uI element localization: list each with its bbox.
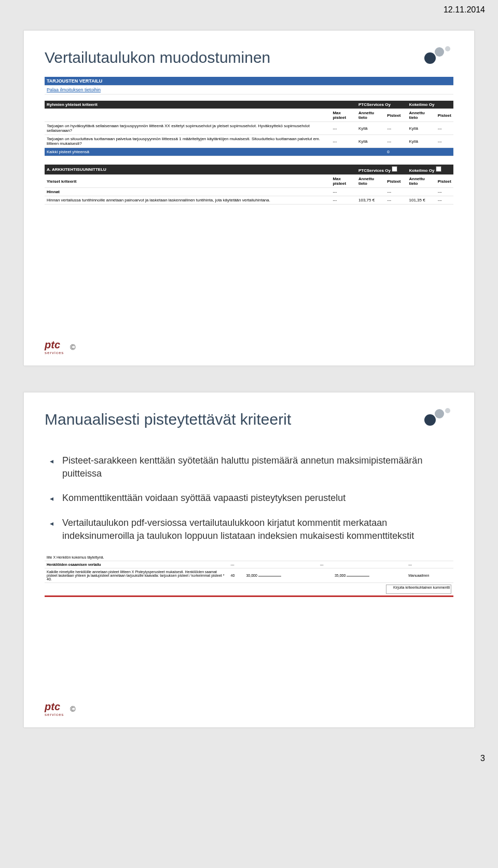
decoration-bubbles [422, 46, 453, 67]
ptc-logo-2: ptc services © [45, 701, 76, 717]
v2-answer-1: Kyllä [407, 122, 436, 135]
col-pisteet-2: Pisteet [436, 109, 453, 122]
slide-title-2: Manuaalisesti pisteytettävät kriteerit [45, 411, 453, 428]
criteria-1: Tarjoajan on hyväksyttävä sellaisenaan t… [45, 122, 330, 135]
price-2: 101,35 € [407, 196, 436, 205]
tbl-header: TARJOUSTEN VERTAILU [45, 77, 453, 86]
scoring-table: liite X Henkilön kokemus täytettynä. Hen… [45, 554, 453, 597]
bullet-list: Pisteet-sarakkeen kenttään syötetään hal… [45, 439, 453, 542]
page-date: 12.11.2014 [0, 0, 498, 15]
bullet-3: Vertailutaulukon pdf-versiossa vertailut… [50, 517, 453, 542]
v2-answer-2: Kyllä [407, 135, 436, 148]
vendor-1: PTCServices Oy [356, 101, 403, 109]
v1-score: 30,000 [244, 568, 317, 582]
col-pisteet: Pisteet [385, 109, 403, 122]
col-annettu-2: Annettu tieto [407, 109, 436, 122]
slide-1: Vertailutaulukon muodostuminen TARJOUSTE… [23, 30, 475, 366]
decoration-bubbles [422, 408, 453, 429]
ptc-logo: ptc services © [45, 340, 76, 355]
total-val: 0 [385, 148, 403, 156]
vendor-2: Kokeilmo Oy [407, 101, 454, 109]
comment-input[interactable]: Kirjoita kriteerikohtainen kommentti [386, 585, 451, 594]
checkbox-icon[interactable] [436, 166, 441, 172]
price-1: 103,75 € [356, 196, 385, 205]
total-row: Kaikki pisteet yhteensä [45, 148, 330, 156]
section-2-hdr: A. ARKKITEHTISUUNNITTELU [45, 165, 330, 175]
v2-score: 35,000 [333, 568, 406, 582]
hinnat-desc: Hinnan vertailussa tuntihinnoille anneta… [45, 196, 330, 205]
group-criteria-hdr: Ryhmien yhteiset kriteerit [45, 101, 330, 109]
copyright-icon: © [70, 343, 75, 351]
comparison-table: TARJOUSTEN VERTAILU Palaa ilmoituksen ti… [45, 77, 453, 205]
bullet-2: Kommenttikenttään voidaan syöttää vapaas… [50, 492, 453, 505]
hinnat-label: Hinnat [47, 189, 60, 194]
col-annettu: Annettu tieto [356, 109, 385, 122]
bullet-1: Pisteet-sarakkeen kenttään syötetään hal… [50, 454, 453, 480]
yleiset-kriteerit: Yleiset kriteerit [45, 175, 330, 188]
back-link[interactable]: Palaa ilmoituksen tietoihin [45, 86, 453, 94]
row-desc-2: Kaikille nimetyille henkilöille annetaan… [45, 568, 229, 582]
slide-title: Vertailutaulukon muodostuminen [45, 49, 453, 66]
copyright-icon-2: © [70, 705, 75, 713]
v1-answer-2: Kyllä [356, 135, 385, 148]
checkbox-icon[interactable] [392, 166, 397, 172]
slide-2: Manuaalisesti pisteytettävät kriteerit P… [23, 392, 475, 728]
col-max: Max pisteet [330, 109, 356, 122]
row-hdr: Henkilöiden osaamisen vertailu [47, 563, 101, 566]
type-label: Manuaalinen [406, 568, 453, 582]
v1-answer-1: Kyllä [356, 122, 385, 135]
criteria-2: Tarjoajan on sitouduttava tuottamaan pal… [45, 135, 330, 148]
page-number: 3 [0, 754, 498, 771]
max-val: 40 [229, 568, 244, 582]
row-desc-1: liite X Henkilön kokemus täytettynä. [45, 554, 229, 561]
